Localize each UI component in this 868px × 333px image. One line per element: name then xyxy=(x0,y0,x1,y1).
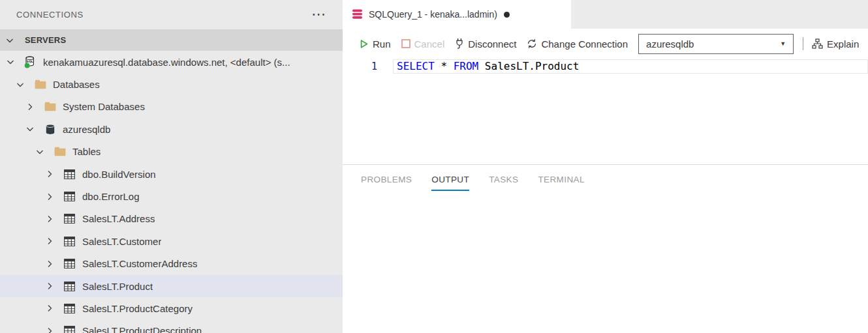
refresh-circle-icon xyxy=(527,38,537,49)
tab-output[interactable]: OUTPUT xyxy=(431,175,469,191)
chevron-right-icon[interactable] xyxy=(44,192,63,202)
tab-problems[interactable]: PROBLEMS xyxy=(361,175,412,191)
tree-item[interactable]: Tables xyxy=(0,141,343,163)
bottom-panel: PROBLEMS OUTPUT TASKS TERMINAL xyxy=(343,165,868,333)
chevron-right-icon[interactable] xyxy=(25,102,43,112)
tree-item[interactable]: System Databases xyxy=(0,96,343,118)
tree-item-label: SalesLT.ProductCategory xyxy=(82,303,193,314)
database-icon xyxy=(43,124,57,135)
code-line: SELECT * FROM SalesLT.Product xyxy=(397,60,579,73)
chevron-right-icon[interactable] xyxy=(44,214,63,224)
tree-item[interactable]: SalesLT.ProductDescription xyxy=(0,320,343,333)
connections-sidebar: CONNECTIONS ⋯ SERVERS SQLkenakamuazuresq… xyxy=(0,0,343,333)
tree-item-label: Databases xyxy=(53,79,100,90)
folder-icon xyxy=(43,102,57,111)
more-actions-icon[interactable]: ⋯ xyxy=(311,1,326,27)
tree-item-label: SalesLT.Address xyxy=(82,213,155,224)
change-connection-button[interactable]: Change Connection xyxy=(527,38,628,50)
svg-text:SQL: SQL xyxy=(27,60,33,63)
folder-icon xyxy=(53,147,67,156)
chevron-down-icon[interactable] xyxy=(15,80,33,90)
run-icon xyxy=(359,39,369,49)
chevron-down-icon[interactable] xyxy=(35,147,53,157)
tree-item[interactable]: SalesLT.Address xyxy=(0,208,343,230)
table-icon xyxy=(63,259,76,268)
object-explorer-tree: SQLkenakamuazuresql.database.windows.net… xyxy=(0,51,343,333)
disconnect-label: Disconnect xyxy=(468,38,516,50)
server-icon: SQL xyxy=(23,56,37,68)
query-toolbar: Run Cancel Disconnect Change Connection … xyxy=(343,29,868,59)
tree-item[interactable]: azuresqldb xyxy=(0,118,343,140)
chevron-right-icon[interactable] xyxy=(44,259,63,269)
tree-item-label: SalesLT.Customer xyxy=(82,236,161,247)
plug-icon xyxy=(455,38,464,50)
explain-label: Explain xyxy=(827,38,859,50)
explain-button[interactable]: Explain xyxy=(812,38,859,50)
chevron-right-icon[interactable] xyxy=(44,169,63,179)
tree-item[interactable]: Databases xyxy=(0,73,343,95)
chevron-right-icon[interactable] xyxy=(44,326,63,333)
tree-item-label: System Databases xyxy=(63,101,145,112)
table-icon xyxy=(63,304,76,313)
chevron-right-icon[interactable] xyxy=(44,303,63,313)
run-label: Run xyxy=(373,38,391,50)
sql-query-file-icon xyxy=(352,9,363,20)
tab-terminal[interactable]: TERMINAL xyxy=(538,175,584,191)
tab-sqlquery-1[interactable]: SQLQuery_1 - kenaka...ladmin) xyxy=(343,0,571,29)
table-icon xyxy=(63,326,76,333)
servers-section-label: SERVERS xyxy=(25,35,66,45)
table-icon xyxy=(63,192,76,201)
cancel-label: Cancel xyxy=(414,38,445,50)
cancel-button[interactable]: Cancel xyxy=(401,38,445,50)
tree-item-label: Tables xyxy=(72,146,101,157)
panel-tab-bar: PROBLEMS OUTPUT TASKS TERMINAL xyxy=(343,165,868,191)
chevron-down-icon: ▼ xyxy=(780,40,786,47)
chevron-down-icon xyxy=(5,35,16,46)
tab-title: SQLQuery_1 - kenaka...ladmin) xyxy=(369,9,497,20)
tree-item[interactable]: SalesLT.Product xyxy=(0,275,343,297)
tree-item-label: azuresqldb xyxy=(63,124,110,135)
run-button[interactable]: Run xyxy=(359,38,391,50)
tree-item[interactable]: SalesLT.Customer xyxy=(0,230,343,252)
hierarchy-icon xyxy=(812,38,823,49)
tree-item-label: SalesLT.CustomerAddress xyxy=(82,258,197,269)
change-connection-label: Change Connection xyxy=(541,38,628,50)
chevron-right-icon[interactable] xyxy=(44,281,63,291)
tree-item[interactable]: dbo.BuildVersion xyxy=(0,163,343,185)
tree-item[interactable]: dbo.ErrorLog xyxy=(0,185,343,207)
table-icon xyxy=(63,237,76,246)
table-icon xyxy=(63,169,76,179)
unsaved-changes-dot xyxy=(504,12,510,18)
line-number: 1 xyxy=(343,61,377,73)
tree-item[interactable]: SalesLT.ProductCategory xyxy=(0,297,343,319)
chevron-down-icon[interactable] xyxy=(25,124,43,134)
toolbar-separator xyxy=(803,37,803,50)
tree-item-label: kenakamuazuresql.database.windows.net, <… xyxy=(43,57,290,68)
tree-item-label: dbo.ErrorLog xyxy=(82,191,140,202)
table-icon xyxy=(63,214,76,224)
cancel-icon xyxy=(401,39,411,48)
database-dropdown[interactable]: azuresqldb ▼ xyxy=(638,34,794,54)
code-editor[interactable]: 1 SELECT * FROM SalesLT.Product xyxy=(343,59,868,164)
disconnect-button[interactable]: Disconnect xyxy=(455,38,516,50)
servers-section-header[interactable]: SERVERS xyxy=(0,29,343,51)
database-dropdown-value: azuresqldb xyxy=(646,38,694,50)
tree-item[interactable]: SalesLT.CustomerAddress xyxy=(0,253,343,275)
tree-item-label: dbo.BuildVersion xyxy=(82,169,156,180)
folder-icon xyxy=(33,80,47,89)
chevron-right-icon[interactable] xyxy=(44,236,63,246)
tree-item[interactable]: SQLkenakamuazuresql.database.windows.net… xyxy=(0,51,343,73)
chevron-down-icon[interactable] xyxy=(5,57,23,67)
tree-item-label: SalesLT.ProductDescription xyxy=(82,325,202,333)
sidebar-header: CONNECTIONS ⋯ xyxy=(0,0,343,29)
editor-area: SQLQuery_1 - kenaka...ladmin) Run Cancel… xyxy=(343,0,868,333)
editor-tab-bar: SQLQuery_1 - kenaka...ladmin) xyxy=(343,0,868,29)
azure-data-studio-window: CONNECTIONS ⋯ SERVERS SQLkenakamuazuresq… xyxy=(0,0,868,333)
sidebar-title: CONNECTIONS xyxy=(16,10,84,20)
table-icon xyxy=(63,282,76,291)
tab-tasks[interactable]: TASKS xyxy=(489,175,518,191)
tree-item-label: SalesLT.Product xyxy=(82,281,153,292)
